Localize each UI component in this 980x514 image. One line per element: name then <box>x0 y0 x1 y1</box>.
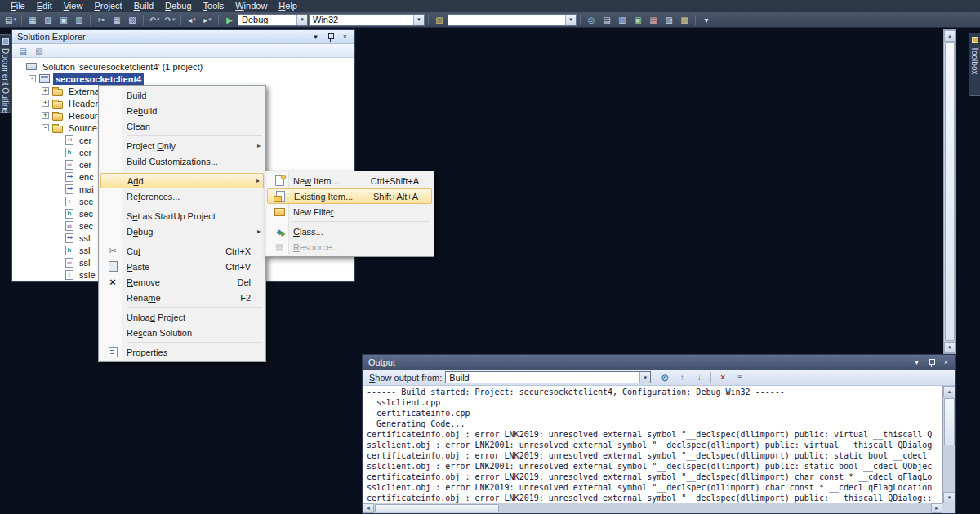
find-combo[interactable]: ▾ <box>448 14 577 26</box>
window-position-icon[interactable]: ▾ <box>911 357 923 368</box>
menu-item-remove[interactable]: RemoveDel <box>100 274 264 290</box>
output-titlebar[interactable]: Output ▾ × <box>363 355 956 370</box>
menu-item-project-only[interactable]: Project Only▸ <box>100 138 264 153</box>
pin-icon[interactable] <box>324 32 336 42</box>
menu-item-rescan-solution[interactable]: Rescan Solution <box>100 325 264 340</box>
solution-explorer-titlebar[interactable]: Solution Explorer ▾ × <box>12 30 354 44</box>
dropdown-caret-icon[interactable]: ▾ <box>172 16 176 23</box>
menubar-file[interactable]: File <box>5 0 31 12</box>
collapse-icon[interactable]: - <box>42 124 49 131</box>
scroll-down-icon[interactable]: ▾ <box>944 342 956 353</box>
menu-item-debug[interactable]: Debug▸ <box>100 224 264 239</box>
undo-icon[interactable]: ↶▾ <box>147 13 162 26</box>
toolbox-tab[interactable]: Toolbox <box>969 33 980 96</box>
menu-item-rename[interactable]: RenameF2 <box>100 290 264 305</box>
window-position-icon[interactable]: ▾ <box>310 32 322 42</box>
menubar-help[interactable]: Help <box>273 0 303 12</box>
find-in-files-icon[interactable]: ▧ <box>432 13 447 26</box>
clear-all-icon[interactable]: × <box>715 371 730 384</box>
copy-icon[interactable]: ▦ <box>109 13 124 26</box>
new-item-icon[interactable]: ▤▾ <box>3 13 18 26</box>
quick-find-icon[interactable]: ◎ <box>584 13 599 26</box>
close-icon[interactable]: × <box>940 357 952 368</box>
menu-item-paste[interactable]: PasteCtrl+V <box>100 259 264 274</box>
menubar-window[interactable]: Window <box>229 0 273 12</box>
scrollbar-thumb[interactable] <box>944 398 955 445</box>
extension-manager-icon[interactable]: ▩ <box>677 13 692 26</box>
save-all-icon[interactable]: ▥ <box>72 13 87 26</box>
combo-dropdown-icon[interactable]: ▾ <box>296 15 307 25</box>
properties-icon[interactable]: ▤ <box>16 45 29 56</box>
next-message-icon[interactable]: ↓ <box>692 371 706 384</box>
menubar-build[interactable]: Build <box>128 0 159 12</box>
open-file-icon[interactable]: ▨ <box>41 13 56 26</box>
combo-dropdown-icon[interactable]: ▾ <box>413 15 424 25</box>
menubar-view[interactable]: View <box>58 0 89 12</box>
output-horizontal-scrollbar[interactable]: ◂ ▸ <box>363 503 942 513</box>
start-page-icon[interactable]: ▨ <box>662 13 676 26</box>
scroll-down-icon[interactable]: ▾ <box>943 492 956 503</box>
menu-item-unload-project[interactable]: Unload Project <box>100 309 264 325</box>
menu-item-new-filter[interactable]: New Filter <box>267 204 432 219</box>
menu-item-resource[interactable]: Resource... <box>267 239 432 255</box>
solution-configurations-combo[interactable]: Debug▾ <box>238 14 308 26</box>
scrollbar-thumb[interactable] <box>375 504 499 512</box>
collapse-icon[interactable]: - <box>29 75 36 82</box>
menubar-debug[interactable]: Debug <box>159 0 197 12</box>
scroll-up-icon[interactable]: ▴ <box>943 386 956 397</box>
scroll-up-icon[interactable]: ▴ <box>944 30 956 42</box>
cut-icon[interactable]: ✂ <box>94 13 109 26</box>
close-icon[interactable]: × <box>339 32 351 42</box>
expand-icon[interactable]: + <box>42 87 49 95</box>
tree-item[interactable]: -securesocketclient4 <box>12 73 354 85</box>
start-debug-icon[interactable]: ▶ <box>222 13 237 26</box>
combo-dropdown-icon[interactable]: ▾ <box>565 15 576 25</box>
menu-item-new-item[interactable]: New Item...Ctrl+Shift+A <box>267 173 432 188</box>
scroll-left-icon[interactable]: ◂ <box>363 503 374 513</box>
menu-item-clean[interactable]: Clean <box>100 118 264 134</box>
properties-window-icon[interactable]: ▥ <box>615 13 630 26</box>
expand-icon[interactable]: + <box>42 100 49 107</box>
menu-item-cut[interactable]: CutCtrl+X <box>100 243 264 259</box>
editor-vertical-scrollbar[interactable]: ▴ ▾ <box>943 29 956 354</box>
redo-icon[interactable]: ↷▾ <box>163 13 177 26</box>
output-vertical-scrollbar[interactable]: ▴ ▾ <box>942 386 956 503</box>
add-item-icon[interactable]: ▦ <box>25 13 40 26</box>
menu-item-references[interactable]: References... <box>100 188 264 204</box>
scroll-right-icon[interactable]: ▸ <box>931 503 942 513</box>
combo-dropdown-icon[interactable]: ▾ <box>639 372 650 383</box>
document-outline-tab[interactable]: Document Outline <box>0 34 11 113</box>
paste-icon[interactable]: ▧ <box>125 13 140 26</box>
menu-item-existing-item[interactable]: Existing Item...Shift+Alt+A <box>267 188 432 204</box>
toolbar-options-icon[interactable]: ▾ <box>699 13 714 26</box>
previous-message-icon[interactable]: ↑ <box>675 371 689 384</box>
find-message-icon[interactable]: ◎ <box>657 371 672 384</box>
error-list-icon[interactable]: ▦ <box>646 13 661 26</box>
show-output-from-combo[interactable]: Build ▾ <box>445 371 651 383</box>
scrollbar-thumb[interactable] <box>945 42 955 341</box>
navigate-forward-icon[interactable]: ▸▾ <box>200 13 215 26</box>
tree-item[interactable]: Solution 'securesocketclient4' (1 projec… <box>12 60 354 73</box>
dropdown-caret-icon[interactable]: ▾ <box>157 16 160 23</box>
dropdown-caret-icon[interactable]: ▾ <box>208 16 212 23</box>
pin-icon[interactable] <box>925 357 938 368</box>
navigate-backward-icon[interactable]: ◂▾ <box>185 13 199 26</box>
menubar-tools[interactable]: Tools <box>198 0 230 12</box>
object-browser-icon[interactable]: ▣ <box>630 13 645 26</box>
menu-item-class[interactable]: Class... <box>267 224 432 239</box>
menu-item-build[interactable]: Build <box>100 87 264 103</box>
show-all-files-icon[interactable]: ▧ <box>33 45 46 56</box>
menu-item-set-as-startup-project[interactable]: Set as StartUp Project <box>100 208 264 224</box>
menu-item-add[interactable]: Add▸ <box>100 173 264 188</box>
dropdown-caret-icon[interactable]: ▾ <box>193 16 196 23</box>
menu-item-build-customizations[interactable]: Build Customizations... <box>100 153 264 169</box>
menubar-edit[interactable]: Edit <box>31 0 58 12</box>
menu-item-properties[interactable]: Properties <box>100 344 264 360</box>
save-icon[interactable]: ▣ <box>56 13 71 26</box>
menubar-project[interactable]: Project <box>88 0 127 12</box>
word-wrap-icon[interactable]: ≡ <box>733 371 747 384</box>
solution-explorer-icon[interactable]: ▤ <box>599 13 614 26</box>
menu-item-rebuild[interactable]: Rebuild <box>100 103 264 118</box>
dropdown-caret-icon[interactable]: ▾ <box>13 16 16 23</box>
output-console[interactable]: ------ Build started: Project: securesoc… <box>364 387 942 503</box>
